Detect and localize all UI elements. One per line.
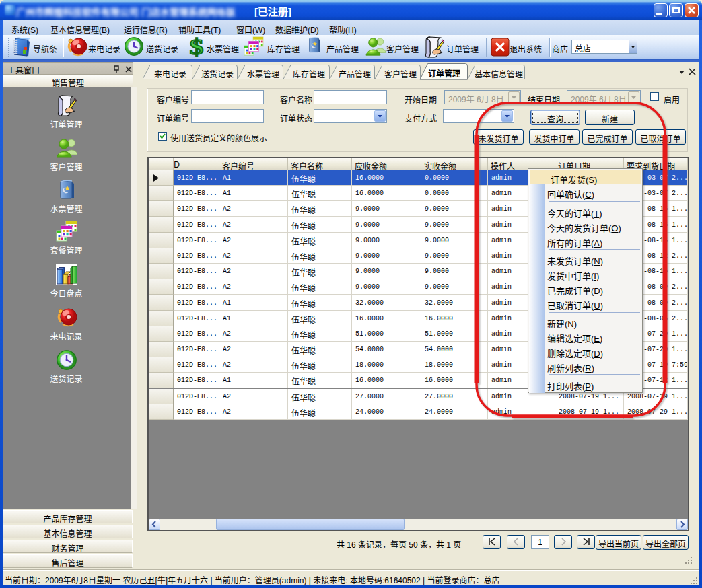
svg-text:$: $ (190, 36, 204, 58)
